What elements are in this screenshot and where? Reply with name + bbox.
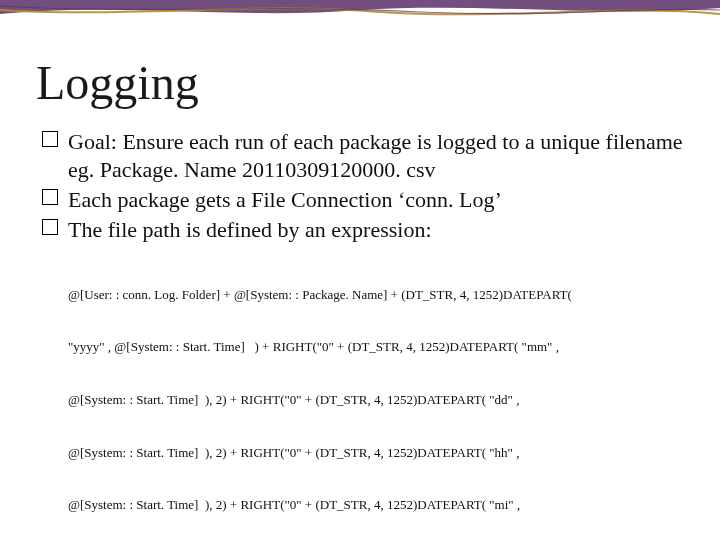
expression-code: @[User: : conn. Log. Folder] + @[System:… bbox=[68, 251, 684, 540]
bullet-text: The file path is defined by an expressio… bbox=[68, 217, 432, 242]
code-line: @[System: : Start. Time] ), 2) + RIGHT("… bbox=[68, 444, 684, 462]
slide-body: Logging Goal: Ensure each run of each pa… bbox=[0, 0, 720, 540]
bullet-item: Each package gets a File Connection ‘con… bbox=[42, 186, 684, 214]
code-line: "yyyy" , @[System: : Start. Time] ) + RI… bbox=[68, 338, 684, 356]
bullet-list: Goal: Ensure each run of each package is… bbox=[42, 128, 684, 245]
code-line: @[User: : conn. Log. Folder] + @[System:… bbox=[68, 286, 684, 304]
square-bullet-icon bbox=[42, 131, 58, 147]
bullet-text: Goal: Ensure each run of each package is… bbox=[68, 129, 683, 182]
square-bullet-icon bbox=[42, 219, 58, 235]
slide-title: Logging bbox=[36, 55, 684, 110]
code-line: @[System: : Start. Time] ), 2) + RIGHT("… bbox=[68, 391, 684, 409]
bullet-item: The file path is defined by an expressio… bbox=[42, 216, 684, 244]
square-bullet-icon bbox=[42, 189, 58, 205]
bullet-item: Goal: Ensure each run of each package is… bbox=[42, 128, 684, 184]
code-line: @[System: : Start. Time] ), 2) + RIGHT("… bbox=[68, 496, 684, 514]
bullet-text: Each package gets a File Connection ‘con… bbox=[68, 187, 502, 212]
